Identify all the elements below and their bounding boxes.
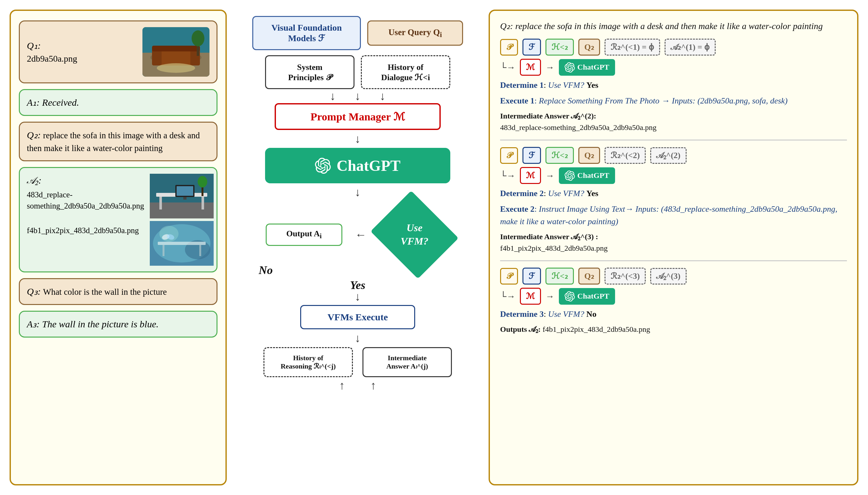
arrow-up1: ↑ [339, 380, 345, 391]
main-container: Q₁: 2db9a50a.png [0, 0, 868, 495]
q1-bubble: Q₁: 2db9a50a.png [19, 20, 218, 83]
right-panel: Q₂: replace the sofa in this image with … [489, 10, 858, 485]
chatgpt-label: ChatGPT [336, 157, 400, 174]
history-reasoning-box: History ofReasoning ℛᵢ^(<j) [263, 347, 353, 377]
q3-label: Q₃: [27, 286, 41, 297]
a2-images [150, 174, 214, 266]
top-row: Visual FoundationModels ℱ User Query Qi [236, 16, 479, 50]
token-row-3: 𝒫 ℱ ℋ<₂ Q₂ ℛ₂^(<3) 𝒜₂^(3) [500, 268, 847, 285]
a2-label: 𝒜₂: [27, 175, 41, 186]
mini-openai-icon2 [565, 171, 575, 181]
inter-answer1: Intermediate Answer 𝒜₂^(2): 483d_replace… [500, 110, 847, 133]
mini-chatgpt1-label: ChatGPT [577, 63, 609, 71]
user-query-box: User Query Qi [367, 20, 463, 46]
system-label: SystemPrinciples 𝒫 [288, 63, 331, 82]
arrow-left-no: ← [355, 229, 367, 240]
divider1 [500, 139, 847, 140]
token-h1: ℋ<₂ [545, 39, 574, 55]
intermediate-label: IntermediateAnswer Aᵢ^(j) [386, 354, 428, 370]
arrow-down2: ↓ [355, 90, 361, 102]
m-row-1: └→ ℳ → ChatGPT [500, 59, 847, 76]
token-row-1: 𝒫 ℱ ℋ<₂ Q₂ ℛ₂^(<1) = ϕ 𝒜₂^(1) = ϕ [500, 39, 847, 55]
bottom-row: History ofReasoning ℛᵢ^(<j) Intermediate… [236, 347, 479, 377]
arrow-m1: → [545, 62, 554, 72]
q1-text: Q₁: 2db9a50a.png [27, 39, 137, 65]
output-final-file: f4b1_pix2pix_483d_2db9a50a.png [542, 325, 650, 334]
svg-point-9 [157, 63, 195, 73]
token-r2: ℛ₂^(<2) [605, 147, 646, 164]
yes-arrow: Yes↓ [350, 279, 365, 303]
svg-rect-24 [158, 242, 206, 245]
arrow-vfms: ↓ [355, 332, 361, 344]
token-q1: Q₂ [578, 39, 600, 55]
openai-icon [315, 158, 331, 174]
a1-bubble: A₁: Received. [19, 89, 218, 116]
execute1: Execute 1: Replace Something From The Ph… [500, 95, 847, 107]
history-label: History ofDialogue ℋ<i [381, 63, 430, 82]
a3-bubble: A₃: The wall in the picture is blue. [19, 311, 218, 338]
svg-point-8 [192, 30, 204, 46]
token-q3: Q₂ [578, 268, 600, 285]
determine3: Determine 3: Use VFM? No [500, 308, 847, 320]
history-box: History ofDialogue ℋ<i [361, 55, 450, 89]
token-a3: 𝒜₂^(3) [650, 268, 686, 285]
token-p1: 𝒫 [500, 39, 518, 55]
svg-rect-14 [202, 197, 204, 209]
vfms-execute-box: VFMs Execute [300, 305, 415, 329]
center-panel: Visual FoundationModels ℱ User Query Qi … [233, 10, 482, 485]
svg-rect-25 [162, 245, 164, 256]
arrow-down1: ↓ [330, 90, 336, 102]
arrow-down3: ↓ [380, 90, 385, 102]
svg-rect-13 [159, 197, 162, 209]
diamond-text: UseVFM? [379, 204, 450, 265]
arrow-m2: → [545, 171, 554, 181]
corner-arrow3: └→ [500, 291, 516, 302]
prompt-manager-label: Prompt Manager ℳ [310, 111, 405, 123]
mini-openai-icon1 [565, 62, 575, 72]
token-q2: Q₂ [578, 147, 600, 164]
token-r1: ℛ₂^(<1) = ϕ [605, 39, 660, 55]
iter3-section: 𝒫 ℱ ℋ<₂ Q₂ ℛ₂^(<3) 𝒜₂^(3) └→ ℳ → ChatGPT [500, 268, 847, 335]
iter1-section: 𝒫 ℱ ℋ<₂ Q₂ ℛ₂^(<1) = ϕ 𝒜₂^(1) = ϕ └→ ℳ →… [500, 39, 847, 133]
yes-label: Yes [350, 279, 365, 292]
mini-chatgpt3: ChatGPT [559, 288, 615, 305]
q2-text: replace the sofa in this image with a de… [27, 131, 200, 153]
no-label: No [259, 263, 273, 277]
prompt-manager-box: Prompt Manager ℳ [275, 103, 441, 130]
no-row: No [236, 263, 479, 277]
arrow-cgpt: ↓ [355, 187, 361, 198]
corner-arrow2: └→ [500, 171, 516, 181]
output-label: Output Ai [287, 229, 322, 238]
token-p3: 𝒫 [500, 268, 518, 285]
diamond-row: Output Ai ← UseVFM? [236, 204, 479, 265]
token-a1: 𝒜₂^(1) = ϕ [664, 39, 716, 55]
q1-image [142, 27, 209, 76]
diamond-container: UseVFM? [379, 204, 450, 265]
q3-bubble: Q₃: What color is the wall in the pictur… [19, 278, 218, 305]
determine2: Determine 2: Use VFM? Yes [500, 187, 847, 200]
svg-rect-16 [177, 186, 193, 196]
a2-image1 [150, 174, 214, 219]
token-f2: ℱ [522, 147, 541, 164]
arrow-pm: ↓ [355, 133, 361, 145]
a2-image2 [150, 221, 214, 266]
right-title-text: Q₂: replace the sofa in this image with … [500, 21, 823, 31]
intermediate-box: IntermediateAnswer Aᵢ^(j) [363, 347, 452, 377]
mini-chatgpt1: ChatGPT [559, 59, 615, 76]
token-m2: ℳ [520, 167, 541, 184]
a3-text: A₃: The wall in the picture is blue. [27, 319, 159, 329]
mini-chatgpt2: ChatGPT [559, 167, 615, 184]
iter2-section: 𝒫 ℱ ℋ<₂ Q₂ ℛ₂^(<2) 𝒜₂^(2) └→ ℳ → ChatGPT [500, 147, 847, 254]
a1-text: A₁: Received. [27, 97, 79, 108]
mini-chatgpt2-label: ChatGPT [577, 171, 609, 180]
inter-answer2: Intermediate Answer 𝒜₂^(3) : f4b1_pix2pi… [500, 231, 847, 254]
token-a2: 𝒜₂^(2) [650, 147, 686, 164]
bottom-arrows: ↑ ↑ [236, 380, 479, 391]
arrows-row1: ↓ ↓ ↓ [236, 90, 479, 102]
m-row-3: └→ ℳ → ChatGPT [500, 288, 847, 305]
arrow-up2: ↑ [370, 380, 376, 391]
token-r3: ℛ₂^(<3) [605, 268, 646, 285]
token-f3: ℱ [522, 268, 541, 285]
vfms-execute-label: VFMs Execute [327, 312, 388, 322]
q2-label: Q₂: [27, 130, 41, 140]
